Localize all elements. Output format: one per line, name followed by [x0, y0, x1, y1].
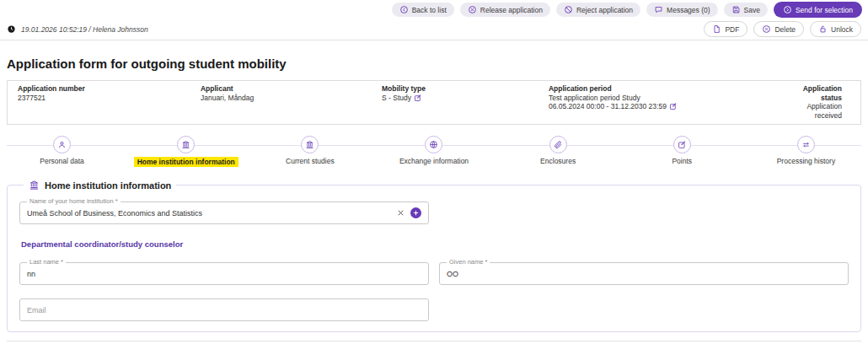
pdf-button[interactable]: PDF [704, 21, 747, 37]
release-application-label: Release application [480, 6, 543, 14]
arrow-left-circle-icon [399, 5, 409, 14]
application-status-label: Application status [781, 84, 842, 102]
given-name-input[interactable] [447, 270, 841, 278]
application-status-value: Application received [806, 102, 842, 120]
section-legend: Home institution information [24, 180, 176, 191]
application-period-field: Application period Test application peri… [549, 84, 773, 120]
top-toolbar: Back to list Release application Reject … [0, 0, 868, 19]
application-number-field: Application number 2377521 [18, 84, 192, 120]
application-period-range: 06.05.2024 00:00 - 31.12.2030 23:59 [549, 102, 667, 110]
email-input[interactable] [27, 306, 421, 314]
application-status-field: Application status Application received [781, 84, 842, 120]
padlock-icon [818, 24, 828, 34]
tab-label: Processing history [777, 157, 835, 165]
delete-button[interactable]: Delete [753, 21, 804, 37]
tab-label: Personal data [40, 157, 83, 165]
add-institution-button[interactable] [410, 207, 421, 218]
paperclip-icon [549, 136, 567, 153]
history-icon [797, 136, 815, 153]
back-to-list-button[interactable]: Back to list [392, 3, 454, 17]
application-number-label: Application number [18, 84, 192, 94]
clock-icon [7, 24, 16, 34]
tab-label: Exchange information [399, 157, 469, 165]
mobility-type-label: Mobility type [382, 84, 540, 94]
last-modified-text: 19.01.2026 10:52:19 / Helena Johnsson [21, 25, 148, 34]
form-stepper: Personal data Home institution informati… [0, 136, 868, 167]
tab-enclosures[interactable]: Enclosures [496, 136, 620, 167]
home-institution-field: Name of your home institution * [19, 202, 429, 224]
home-institution-section: Home institution information Name of you… [7, 180, 861, 332]
save-label: Save [744, 6, 760, 14]
messages-label: Messages (0) [667, 6, 710, 14]
page-title: Application form for outgoing student mo… [7, 56, 868, 71]
edit-icon[interactable] [414, 94, 422, 102]
section-title: Home institution information [45, 180, 171, 191]
last-name-input[interactable] [27, 270, 421, 278]
edit-icon[interactable] [669, 102, 678, 110]
status-bar: 19.01.2026 10:52:19 / Helena Johnsson PD… [0, 19, 868, 40]
last-name-field: Last name * [19, 262, 429, 285]
send-for-selection-label: Send for selection [796, 6, 853, 14]
person-icon [53, 136, 71, 153]
plus-circle-icon [412, 209, 420, 217]
tab-points[interactable]: Points [620, 136, 744, 167]
pdf-label: PDF [725, 25, 739, 34]
reject-application-label: Reject application [576, 6, 633, 14]
applicant-label: Applicant [201, 84, 373, 94]
home-institution-label: Name of your home institution * [27, 198, 121, 205]
tab-current-studies[interactable]: Current studies [248, 136, 372, 167]
tab-label: Current studies [286, 157, 335, 165]
clear-x-icon[interactable] [396, 208, 405, 218]
tab-exchange-information[interactable]: Exchange information [372, 136, 496, 167]
edit-icon [673, 136, 691, 153]
bank-icon [301, 136, 319, 153]
applicant-field: Applicant Januari, Måndag [201, 84, 373, 120]
tab-processing-history[interactable]: Processing history [744, 136, 868, 167]
delete-label: Delete [774, 25, 796, 34]
arrow-right-circle-icon [783, 5, 792, 14]
name-row: Last name * Given name * [19, 262, 849, 285]
mobility-type-field: Mobility type S - Study [382, 84, 540, 120]
unlock-button[interactable]: Unlock [810, 21, 861, 37]
last-modified-info: 19.01.2026 10:52:19 / Helena Johnsson [7, 24, 148, 34]
reject-application-button[interactable]: Reject application [556, 3, 640, 17]
bank-icon [29, 180, 40, 191]
x-circle-icon [762, 24, 771, 34]
last-name-label: Last name * [27, 259, 66, 266]
save-button[interactable]: Save [724, 3, 768, 17]
document-icon [712, 24, 721, 34]
applicant-value: Januari, Måndag [201, 94, 254, 102]
back-to-list-label: Back to list [412, 6, 447, 14]
home-institution-input[interactable] [27, 209, 396, 218]
given-name-label: Given name * [447, 259, 490, 266]
footer-divider [7, 341, 861, 341]
application-summary-box: Application number 2377521 Applicant Jan… [7, 80, 861, 125]
release-application-button[interactable]: Release application [460, 3, 550, 17]
unlock-label: Unlock [831, 25, 853, 34]
floppy-icon [731, 5, 741, 14]
globe-icon [425, 136, 442, 153]
application-number-value: 2377521 [18, 94, 46, 102]
messages-button[interactable]: Messages (0) [646, 3, 718, 17]
application-period-name: Test application period Study [549, 94, 640, 102]
prohibition-icon [564, 5, 573, 14]
tab-home-institution-information[interactable]: Home institution information [124, 136, 248, 167]
status-actions: PDF Delete Unlock [704, 21, 861, 37]
x-circle-icon [468, 5, 477, 14]
tab-label: Points [672, 157, 692, 165]
mobility-type-value: S - Study [382, 94, 411, 102]
bank-icon [177, 136, 195, 153]
tab-personal-data[interactable]: Personal data [0, 136, 124, 167]
application-period-label: Application period [549, 84, 773, 94]
given-name-field: Given name * [439, 262, 849, 285]
tab-label: Enclosures [540, 157, 576, 165]
send-for-selection-button[interactable]: Send for selection [774, 2, 862, 18]
email-field [19, 298, 429, 321]
tab-label: Home institution information [134, 157, 238, 167]
coordinator-subheading: Departmental coordinator/study counselor [21, 239, 849, 249]
message-icon [654, 5, 663, 14]
